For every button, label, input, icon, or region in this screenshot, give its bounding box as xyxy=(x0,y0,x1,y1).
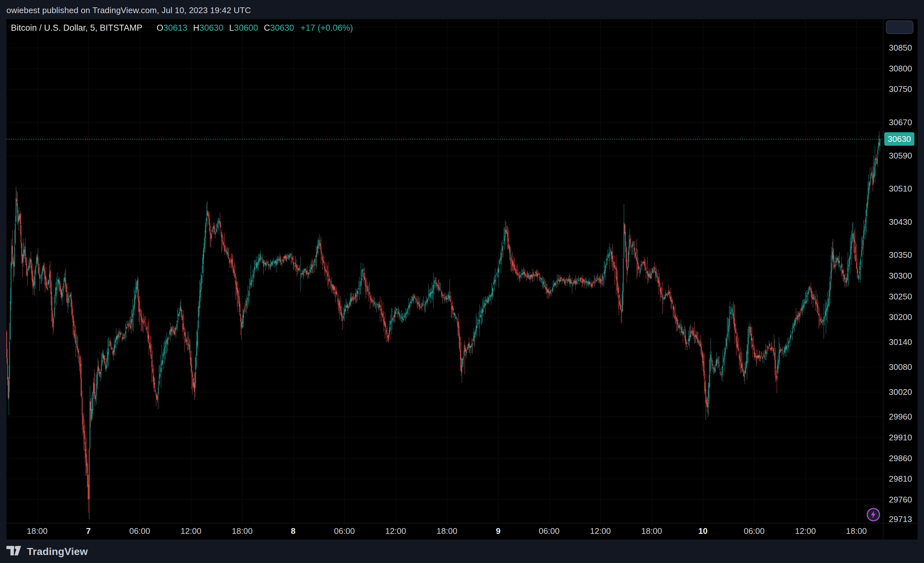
price-tick-label: 30250 xyxy=(883,292,918,301)
price-tick-label: 30350 xyxy=(883,250,918,260)
price-tick-label: 30080 xyxy=(883,362,918,372)
tradingview-wordmark: TradingView xyxy=(27,546,88,557)
price-tick-label: 30590 xyxy=(883,151,918,160)
last-price-label: 30630 xyxy=(884,132,914,146)
time-tick-label: 7 xyxy=(69,526,108,536)
price-tick-label: 30140 xyxy=(883,337,918,347)
price-tick-label: 30670 xyxy=(883,118,918,127)
time-tick-label: 06:00 xyxy=(735,526,773,536)
time-tick-label: 18:00 xyxy=(18,526,56,536)
price-axis-stub xyxy=(886,21,914,34)
time-tick-label: 18:00 xyxy=(223,526,261,536)
time-tick-label: 10 xyxy=(684,526,722,536)
time-tick-label: 8 xyxy=(274,526,312,536)
symbol-legend: Bitcoin / U.S. Dollar, 5, BITSTAMPO30613… xyxy=(11,23,353,33)
time-tick-label: 06:00 xyxy=(325,526,364,536)
time-tick-label: 06:00 xyxy=(530,526,568,536)
price-axis[interactable]: 3085030800307503067030590305103043030350… xyxy=(883,19,918,523)
price-tick-label: 29810 xyxy=(883,474,918,484)
price-tick-label: 29910 xyxy=(883,433,918,442)
time-tick-label: 18:00 xyxy=(633,526,671,536)
price-tick-label: 29960 xyxy=(883,412,918,421)
legend-close-label: C xyxy=(264,23,270,33)
candlestick-chart[interactable] xyxy=(6,19,883,523)
tradingview-logo-icon xyxy=(6,545,23,558)
price-tick-label: 30850 xyxy=(883,43,918,52)
legend-high-label: H xyxy=(193,23,200,33)
time-tick-label: 12:00 xyxy=(172,526,210,536)
attribution-bar: owiebest published on TradingView.com, J… xyxy=(6,4,251,16)
boost-lightning-icon[interactable] xyxy=(866,507,881,522)
price-tick-label: 29760 xyxy=(883,495,918,505)
legend-open-value: 30613 xyxy=(164,23,188,33)
footer-brand[interactable]: TradingView xyxy=(6,543,88,560)
price-tick-label: 30200 xyxy=(883,312,918,322)
time-tick-label: 18:00 xyxy=(428,526,466,536)
price-tick-label: 29713 xyxy=(883,514,918,524)
axis-corner xyxy=(883,523,918,540)
price-tick-label: 29860 xyxy=(883,454,918,463)
time-tick-label: 18:00 xyxy=(837,526,876,536)
time-tick-label: 12:00 xyxy=(786,526,825,536)
legend-high-value: 30630 xyxy=(199,23,223,33)
time-axis[interactable]: 18:00706:0012:0018:00806:0012:0018:00906… xyxy=(6,523,918,540)
time-tick-label: 06:00 xyxy=(120,526,159,536)
legend-low-label: L xyxy=(229,23,234,33)
price-tick-label: 30750 xyxy=(883,84,918,94)
legend-open-label: O xyxy=(157,23,164,33)
legend-symbol-title: Bitcoin / U.S. Dollar, 5, BITSTAMP xyxy=(11,23,142,33)
price-tick-label: 30430 xyxy=(883,217,918,227)
time-tick-label: 12:00 xyxy=(376,526,415,536)
legend-change: +17 (+0.06%) xyxy=(300,23,353,33)
attribution-text: owiebest published on TradingView.com, J… xyxy=(6,6,251,15)
time-tick-label: 12:00 xyxy=(581,526,620,536)
price-tick-label: 30300 xyxy=(883,271,918,280)
legend-close-value: 30630 xyxy=(270,23,294,33)
time-tick-label: 9 xyxy=(479,526,518,536)
legend-low-value: 30600 xyxy=(234,23,258,33)
price-tick-label: 30020 xyxy=(883,387,918,397)
price-tick-label: 30800 xyxy=(883,64,918,73)
chart-panel: Bitcoin / U.S. Dollar, 5, BITSTAMPO30613… xyxy=(6,19,918,540)
price-tick-label: 30510 xyxy=(883,184,918,193)
